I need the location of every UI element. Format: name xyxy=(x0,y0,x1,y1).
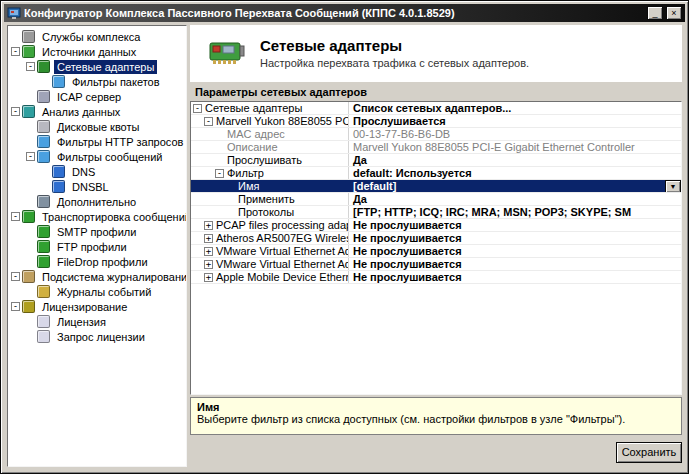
description-title: Имя xyxy=(197,401,675,413)
network-adapter-icon xyxy=(208,38,246,68)
packet-filter-icon xyxy=(52,75,65,88)
grid-expander-plus-icon[interactable]: + xyxy=(204,221,213,230)
grid-row-mac-address[interactable]: MAC адрес00-13-77-B6-B6-DB xyxy=(191,128,681,141)
tree-item-additional[interactable]: Дополнительно xyxy=(8,194,186,209)
grid-row-network-adapters[interactable]: -Сетевые адаптерыСписок сетевых адаптеро… xyxy=(191,102,681,115)
header-text: Сетевые адаптеры Настройка перехвата тра… xyxy=(260,37,529,69)
tree-item-dnsbl[interactable]: DNSBL xyxy=(8,179,186,194)
grid-expander-plus-icon[interactable]: + xyxy=(204,247,213,256)
license-request-icon xyxy=(37,330,50,343)
grid-value-cell: Не прослушивается xyxy=(348,232,681,244)
tree-item-label: Источники данных xyxy=(39,45,139,59)
tree-item-license-request[interactable]: Запрос лицензии xyxy=(8,329,186,344)
additional-icon xyxy=(37,195,50,208)
grid-row-apple-adapter[interactable]: +Apple Mobile Device EthernetНе прослуши… xyxy=(191,271,681,284)
tree-item-network-adapters[interactable]: -Сетевые адаптеры xyxy=(8,59,186,74)
tree-item-message-filters[interactable]: -Фильтры сообщений xyxy=(8,149,186,164)
grid-value-label: Не прослушивается xyxy=(353,258,462,270)
grid-value-label: 00-13-77-B6-B6-DB xyxy=(353,128,450,140)
tree-expander-minus-icon[interactable]: - xyxy=(11,302,20,311)
tree-item-ftp-profiles[interactable]: FTP профили xyxy=(8,239,186,254)
grid-value-cell: Да xyxy=(348,193,681,205)
tree-item-license[interactable]: Лицензия xyxy=(8,314,186,329)
tree-expander-minus-icon[interactable]: - xyxy=(26,62,35,71)
tree-item-logging-subsystem[interactable]: -Подсистема журналирования xyxy=(8,269,186,284)
content-header: Сетевые адаптеры Настройка перехвата тра… xyxy=(190,25,682,81)
grid-expander-minus-icon[interactable]: - xyxy=(204,117,213,126)
grid-value-cell: Прослушивается xyxy=(348,115,681,127)
grid-name-label: Marvell Yukon 88E8055 PCI-E Gigabit Ethe… xyxy=(216,115,348,127)
grid-value-label: [default] xyxy=(353,180,396,192)
page-subtitle: Настройка перехвата трафика с сетевых ад… xyxy=(260,57,529,69)
tree-item-complex-services[interactable]: Службы комплекса xyxy=(8,29,186,44)
tree-item-label: Лицензия xyxy=(54,315,109,329)
tree-expander-minus-icon[interactable]: - xyxy=(11,107,20,116)
grid-name-cell: +Apple Mobile Device Ethernet xyxy=(191,271,348,283)
tree-expander-minus-icon[interactable]: - xyxy=(11,47,20,56)
grid-row-marvell-adapter[interactable]: -Marvell Yukon 88E8055 PCI-E Gigabit Eth… xyxy=(191,115,681,128)
grid-row-filter-apply[interactable]: ПрименитьДа xyxy=(191,193,681,206)
app-window: Конфигуратор Комплекса Пассивного Перехв… xyxy=(0,0,689,474)
licensing-icon xyxy=(22,300,35,313)
filedrop-icon xyxy=(37,255,50,268)
tree-item-data-analysis[interactable]: -Анализ данных xyxy=(8,104,186,119)
grid-expander-minus-icon[interactable]: - xyxy=(193,104,202,113)
grid-name-cell: Применить xyxy=(191,193,348,205)
grid-expander-plus-icon[interactable]: + xyxy=(204,273,213,282)
title-bar[interactable]: Конфигуратор Комплекса Пассивного Перехв… xyxy=(4,4,685,22)
tree-expander-minus-icon[interactable]: - xyxy=(11,212,20,221)
content-panel: Сетевые адаптеры Настройка перехвата тра… xyxy=(190,25,682,467)
grid-value-cell: Не прослушивается xyxy=(348,245,681,257)
grid-row-atheros-adapter[interactable]: +Atheros AR5007EG Wireless Network Adapt… xyxy=(191,232,681,245)
grid-row-description[interactable]: ОписаниеMarvell Yukon 88E8055 PCI-E Giga… xyxy=(191,141,681,154)
close-button[interactable]: × xyxy=(666,6,682,20)
network-adapter-icon xyxy=(37,60,50,73)
tree-expander-minus-icon[interactable]: - xyxy=(11,272,20,281)
tree-item-message-transport[interactable]: -Транспортировка сообщений xyxy=(8,209,186,224)
grid-name-cell: +Atheros AR5007EG Wireless Network Adapt… xyxy=(191,232,348,244)
grid-name-label: Atheros AR5007EG Wireless Network Adapte… xyxy=(216,232,348,244)
tree-item-label: Транспортировка сообщений xyxy=(39,210,187,224)
grid-name-cell: -Фильтр xyxy=(191,167,348,179)
grid-row-pcap-adapter[interactable]: +PCAP files processing adapterНе прослуш… xyxy=(191,219,681,232)
property-grid-container: -Сетевые адаптерыСписок сетевых адаптеро… xyxy=(190,101,682,395)
grid-value-label: Прослушивается xyxy=(353,115,446,127)
grid-value-label: Не прослушивается xyxy=(353,245,462,257)
tree-item-packet-filters[interactable]: Фильтры пакетов xyxy=(8,74,186,89)
grid-expander-plus-icon[interactable]: + xyxy=(204,234,213,243)
grid-expander-plus-icon[interactable]: + xyxy=(204,260,213,269)
tree-item-disk-quotas[interactable]: Дисковые квоты xyxy=(8,119,186,134)
tree-item-label: DNS xyxy=(69,165,98,179)
grid-row-listen[interactable]: ПрослушиватьДа xyxy=(191,154,681,167)
tree-item-smtp-profiles[interactable]: SMTP профили xyxy=(8,224,186,239)
dropdown-button[interactable]: ▼ xyxy=(665,180,681,192)
grid-name-label: Описание xyxy=(227,141,278,153)
tree-item-label: Подсистема журналирования xyxy=(39,270,187,284)
tree-item-filedrop-profiles[interactable]: FileDrop профили xyxy=(8,254,186,269)
tree-item-event-logs[interactable]: Журналы событий xyxy=(8,284,186,299)
tree-item-dns[interactable]: DNS xyxy=(8,164,186,179)
grid-row-filter-protocols[interactable]: Протоколы[FTP; HTTP; ICQ; IRC; MRA; MSN;… xyxy=(191,206,681,219)
tree-expander-minus-icon[interactable]: - xyxy=(26,152,35,161)
grid-expander-minus-icon[interactable]: - xyxy=(215,169,224,178)
tree-item-label: Журналы событий xyxy=(54,285,154,299)
description-panel: Имя Выберите фильтр из списка доступных … xyxy=(190,397,682,435)
save-button[interactable]: Сохранить xyxy=(616,442,682,463)
tree-item-label: Сетевые адаптеры xyxy=(54,60,157,74)
minimize-button[interactable]: _ xyxy=(647,6,663,20)
tree-item-licensing[interactable]: -Лицензирование xyxy=(8,299,186,314)
tree-item-label: SMTP профили xyxy=(54,225,139,239)
grid-row-filter-name[interactable]: Имя[default]▼ xyxy=(191,180,681,193)
grid-value-cell: default: Используется xyxy=(348,167,681,179)
tree-item-data-sources[interactable]: -Источники данных xyxy=(8,44,186,59)
grid-row-vmnet8-adapter[interactable]: +VMware Virtual Ethernet Adapter for VMn… xyxy=(191,258,681,271)
tree-item-label: FileDrop профили xyxy=(54,255,151,269)
grid-value-cell: Не прослушивается xyxy=(348,219,681,231)
grid-value-cell: Marvell Yukon 88E8055 PCI-E Gigabit Ethe… xyxy=(348,141,681,153)
grid-value-label: Не прослушивается xyxy=(353,232,462,244)
grid-row-vmnet1-adapter[interactable]: +VMware Virtual Ethernet Adapter for VMn… xyxy=(191,245,681,258)
tree-item-label: Фильтры HTTP запросов xyxy=(54,135,186,149)
tree-item-http-request-filters[interactable]: Фильтры HTTP запросов xyxy=(8,134,186,149)
grid-row-filter[interactable]: -Фильтрdefault: Используется xyxy=(191,167,681,180)
tree-item-icap-server[interactable]: ICAP сервер xyxy=(8,89,186,104)
